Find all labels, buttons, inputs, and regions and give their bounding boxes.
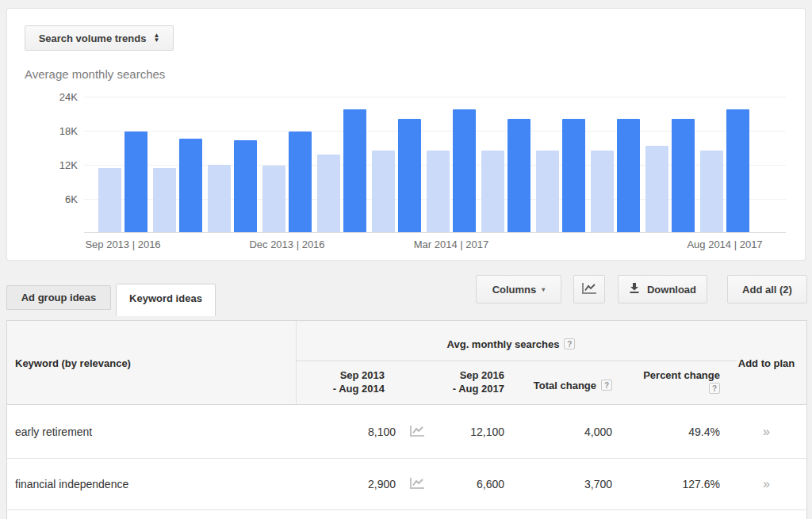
chart-bar: [124, 132, 147, 232]
keyword-column-header: Keyword (by relevance): [15, 357, 131, 369]
keyword-planner-screen: Search volume trends ▲▼ Average monthly …: [0, 0, 812, 519]
period1-value: 2,900: [296, 459, 402, 509]
x-axis-label: Sep 2013 | 2016: [85, 239, 160, 250]
download-icon: [629, 282, 640, 296]
help-icon[interactable]: ?: [709, 383, 720, 394]
chart-bar: [427, 151, 450, 232]
download-button[interactable]: Download: [618, 275, 707, 303]
add-to-plan-button[interactable]: »: [763, 477, 770, 491]
chart-bar: [591, 151, 614, 232]
chart-bar: [98, 168, 121, 232]
search-volume-trends-dropdown[interactable]: Search volume trends ▲▼: [25, 25, 174, 51]
chart-bar: [536, 151, 559, 232]
period2-column-header: Sep 2016 - Aug 2017: [402, 368, 511, 395]
chart-view-button[interactable]: [573, 275, 605, 303]
y-tick-label: 24K: [41, 91, 78, 103]
chart-bar: [179, 139, 202, 232]
table-row-partial: [7, 510, 806, 519]
bar-chart: 24K 18K 12K 6K Sep 2013 | 2016Dec 2013 |…: [84, 97, 786, 233]
chart-bar: [508, 119, 530, 232]
period2-value: 6,600: [402, 459, 511, 509]
x-axis-label: Aug 2014 | 2017: [687, 239, 762, 250]
chart-bar: [398, 119, 421, 232]
percent-change-column-header: Percent change ?: [619, 368, 726, 395]
chart-bar: [289, 132, 312, 232]
chart-bar: [562, 119, 585, 232]
group-header-underline: [296, 361, 737, 361]
keyword-ideas-table: Keyword (by relevance) Avg. monthly sear…: [6, 320, 807, 519]
chart-bar: [700, 151, 723, 232]
x-axis-line: [84, 232, 786, 233]
chart-bar: [262, 166, 285, 232]
add-all-button[interactable]: Add all (2): [727, 275, 807, 303]
tab-ad-group-ideas[interactable]: Ad group ideas: [6, 285, 111, 310]
chart-bar: [234, 140, 257, 232]
add-to-plan-button[interactable]: »: [763, 425, 770, 439]
period1-value: 8,100: [296, 405, 402, 458]
total-change-column-header: Total change?: [511, 380, 619, 391]
table-row: financial independence 2,900 6,600 3,700…: [7, 459, 806, 510]
chart-bar: [208, 165, 231, 232]
search-volume-card: Search volume trends ▲▼ Average monthly …: [6, 8, 806, 261]
table-row: early retirement 8,100 12,100 4,000 49.4…: [7, 405, 806, 459]
columns-button-label: Columns: [492, 284, 537, 296]
chart-bar: [453, 109, 476, 232]
chart-bar: [617, 119, 640, 232]
keyword-cell: financial independence: [15, 459, 128, 509]
x-axis-label: Dec 2013 | 2016: [249, 239, 324, 250]
x-axis-label: Mar 2014 | 2017: [414, 239, 488, 250]
y-tick-label: 18K: [41, 125, 78, 137]
add-to-plan-column-header: Add to plan: [726, 357, 806, 369]
table-header: Keyword (by relevance) Avg. monthly sear…: [7, 321, 806, 405]
line-chart-icon: [581, 282, 597, 297]
y-tick-label: 6K: [41, 193, 78, 205]
tab-keyword-ideas[interactable]: Keyword ideas: [116, 284, 216, 316]
columns-button[interactable]: Columns ▾: [476, 275, 561, 303]
chart-bar: [672, 119, 695, 232]
help-icon[interactable]: ?: [601, 380, 612, 391]
period1-column-header: Sep 2013 - Aug 2014: [296, 368, 402, 395]
chart-bar: [317, 155, 340, 232]
chart-bar: [645, 146, 668, 232]
percent-change-value: 49.4%: [619, 405, 726, 458]
chart-bar: [726, 109, 749, 232]
period2-value: 12,100: [402, 405, 511, 458]
gridline: [84, 97, 786, 97]
percent-change-value: 127.6%: [619, 459, 726, 509]
avg-monthly-searches-group-header: Avg. monthly searches?: [296, 338, 726, 350]
total-change-value: 4,000: [511, 405, 619, 458]
chevron-down-icon: ▾: [542, 286, 545, 293]
help-icon[interactable]: ?: [564, 338, 575, 349]
chart-bar: [372, 151, 395, 232]
chart-title: Average monthly searches: [25, 67, 165, 81]
updown-arrows-icon: ▲▼: [153, 33, 159, 44]
total-change-value: 3,700: [511, 459, 619, 509]
y-tick-label: 12K: [41, 159, 78, 171]
keyword-cell: early retirement: [15, 405, 92, 458]
chart-bar: [343, 109, 366, 232]
search-volume-trends-label: Search volume trends: [39, 32, 147, 44]
download-button-label: Download: [647, 284, 696, 296]
chart-bar: [153, 168, 176, 232]
chart-bar: [481, 151, 504, 232]
